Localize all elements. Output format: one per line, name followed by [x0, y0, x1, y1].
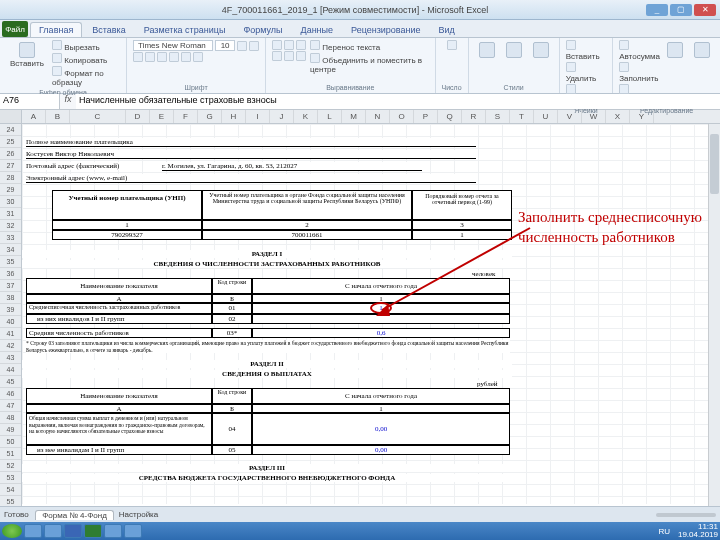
font-name-select[interactable]: Times New Roman — [133, 40, 213, 51]
row-header[interactable]: 43 — [0, 352, 21, 364]
col-header-L[interactable]: L — [318, 110, 342, 123]
col-header-E[interactable]: E — [150, 110, 174, 123]
tab-data[interactable]: Данные — [293, 23, 342, 37]
row-header[interactable]: 35 — [0, 256, 21, 268]
shrink-font-icon[interactable] — [249, 41, 259, 51]
row-header[interactable]: 48 — [0, 412, 21, 424]
align-right-icon[interactable] — [296, 51, 306, 61]
name-box[interactable]: A76 — [0, 94, 60, 109]
row-header[interactable]: 47 — [0, 400, 21, 412]
row-header[interactable]: 30 — [0, 196, 21, 208]
font-size-select[interactable]: 10 — [215, 40, 235, 51]
row-header[interactable]: 42 — [0, 340, 21, 352]
col-header-M[interactable]: M — [342, 110, 366, 123]
row-header[interactable]: 50 — [0, 436, 21, 448]
col-header-O[interactable]: O — [390, 110, 414, 123]
row-header[interactable]: 36 — [0, 268, 21, 280]
row-header[interactable]: 49 — [0, 424, 21, 436]
row-header[interactable]: 31 — [0, 208, 21, 220]
row51-val[interactable]: 0,6 — [252, 328, 510, 338]
col-header-J[interactable]: J — [270, 110, 294, 123]
col-header-Q[interactable]: Q — [438, 110, 462, 123]
row-header[interactable]: 44 — [0, 364, 21, 376]
formula-input[interactable]: Начисленные обязательные страховые взнос… — [76, 94, 720, 109]
task-word-icon[interactable] — [64, 524, 82, 538]
row-header[interactable]: 34 — [0, 244, 21, 256]
task-explorer-icon[interactable] — [24, 524, 42, 538]
row-header[interactable]: 33 — [0, 232, 21, 244]
row-header[interactable]: 24 — [0, 124, 21, 136]
format-table-button[interactable] — [502, 40, 526, 60]
tab-home[interactable]: Главная — [30, 22, 82, 37]
col-header-Y[interactable]: Y — [630, 110, 654, 123]
underline-icon[interactable] — [157, 52, 167, 62]
grow-font-icon[interactable] — [237, 41, 247, 51]
row-header[interactable]: 32 — [0, 220, 21, 232]
row-header[interactable]: 28 — [0, 172, 21, 184]
row-header[interactable]: 52 — [0, 460, 21, 472]
align-top-icon[interactable] — [272, 40, 282, 50]
tab-review[interactable]: Рецензирование — [343, 23, 429, 37]
row49-val[interactable] — [252, 314, 510, 324]
fx-button[interactable]: fx — [60, 94, 76, 109]
task-browser-icon[interactable] — [44, 524, 62, 538]
sheet-nav[interactable]: Настройка — [115, 510, 162, 519]
row-header[interactable]: 41 — [0, 328, 21, 340]
sheet-tab[interactable]: Форма № 4-Фонд — [35, 510, 114, 520]
col-header-C[interactable]: C — [70, 110, 126, 123]
scrollbar-thumb[interactable] — [710, 134, 719, 194]
row-header[interactable]: 46 — [0, 388, 21, 400]
cut-button[interactable]: Вырезать — [52, 40, 100, 52]
wrap-text-button[interactable]: Перенос текста — [310, 40, 380, 52]
copy-button[interactable]: Копировать — [52, 53, 107, 65]
col-header-F[interactable]: F — [174, 110, 198, 123]
vertical-scrollbar[interactable] — [708, 124, 720, 506]
col-header-K[interactable]: K — [294, 110, 318, 123]
align-middle-icon[interactable] — [284, 40, 294, 50]
cond-format-button[interactable] — [475, 40, 499, 60]
border-icon[interactable] — [169, 52, 179, 62]
row-header[interactable]: 39 — [0, 304, 21, 316]
col-header-W[interactable]: W — [582, 110, 606, 123]
format-painter-button[interactable]: Формат по образцу — [52, 66, 120, 87]
row-header[interactable]: 29 — [0, 184, 21, 196]
select-all-corner[interactable] — [0, 110, 22, 123]
cell-styles-button[interactable] — [529, 40, 553, 60]
number-format-icon[interactable] — [447, 40, 457, 50]
fill-color-icon[interactable] — [181, 52, 191, 62]
row-header[interactable]: 53 — [0, 472, 21, 484]
row-header[interactable]: 37 — [0, 280, 21, 292]
row-header[interactable]: 40 — [0, 316, 21, 328]
col-header-U[interactable]: U — [534, 110, 558, 123]
col-header-D[interactable]: D — [126, 110, 150, 123]
task-app-icon[interactable] — [104, 524, 122, 538]
col-header-B[interactable]: B — [46, 110, 70, 123]
align-center-icon[interactable] — [284, 51, 294, 61]
tab-page-layout[interactable]: Разметка страницы — [136, 23, 234, 37]
row-header[interactable]: 25 — [0, 136, 21, 148]
fill-button[interactable]: Заполнить — [619, 62, 660, 83]
worksheet[interactable]: 2425262728293031323334353637383940414243… — [0, 124, 720, 508]
merge-button[interactable]: Объединить и поместить в центре — [310, 53, 428, 74]
col-header-T[interactable]: T — [510, 110, 534, 123]
zoom-slider[interactable] — [656, 513, 716, 517]
window-minimize-button[interactable]: _ — [646, 4, 668, 16]
bold-icon[interactable] — [133, 52, 143, 62]
tab-insert[interactable]: Вставка — [84, 23, 133, 37]
col-header-S[interactable]: S — [486, 110, 510, 123]
col-header-A[interactable]: A — [22, 110, 46, 123]
paste-button[interactable]: Вставить — [6, 40, 48, 87]
tray-lang[interactable]: RU — [658, 527, 670, 536]
col-header-R[interactable]: R — [462, 110, 486, 123]
file-tab[interactable]: Файл — [2, 21, 28, 37]
row-header[interactable]: 26 — [0, 148, 21, 160]
delete-cells-button[interactable]: Удалить — [566, 62, 607, 83]
tab-view[interactable]: Вид — [431, 23, 463, 37]
row63-val[interactable]: 0,00 — [252, 445, 510, 455]
autosum-button[interactable]: Автосумма — [619, 40, 660, 61]
row-header[interactable]: 51 — [0, 448, 21, 460]
col-header-X[interactable]: X — [606, 110, 630, 123]
col-header-N[interactable]: N — [366, 110, 390, 123]
tab-formulas[interactable]: Формулы — [235, 23, 290, 37]
italic-icon[interactable] — [145, 52, 155, 62]
